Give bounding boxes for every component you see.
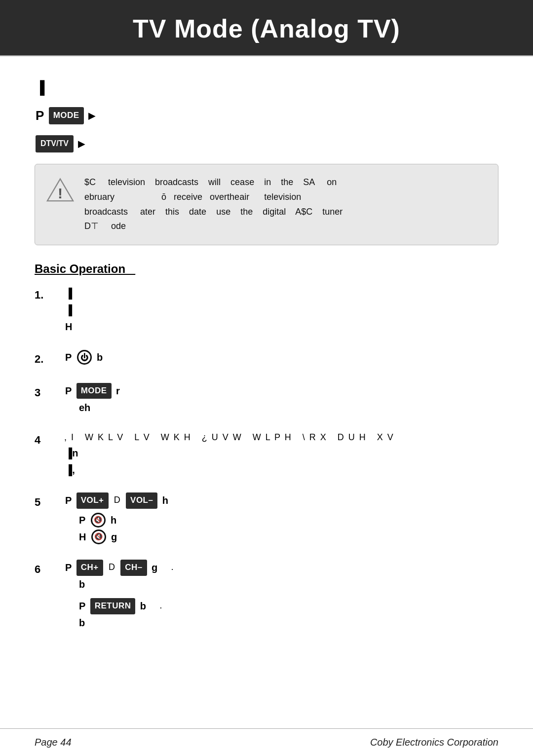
- item-num-1: 1.: [35, 285, 64, 304]
- intro-mode-row: P MODE ▸: [35, 104, 498, 127]
- intro-p-icon: P: [36, 104, 44, 127]
- list-item: 3 P MODE r eh: [35, 382, 498, 416]
- mute-icon-1: 🔇: [91, 513, 106, 528]
- item1-icon2: ▐: [65, 302, 72, 318]
- item-num-2: 2.: [35, 349, 64, 368]
- item-3-content: P MODE r eh: [64, 382, 498, 416]
- dtv-tv-row: DTV/TV ▸: [35, 132, 498, 155]
- list-item: 2. P ⏻ b: [35, 349, 498, 368]
- item3-p-icon: P: [65, 382, 72, 399]
- svg-text:!: !: [58, 185, 63, 201]
- intro-row: ▐: [35, 76, 498, 99]
- item-num-6: 6: [35, 559, 64, 578]
- item5-sep: D: [114, 495, 120, 505]
- item5-sub1-p: P: [79, 512, 85, 529]
- item5-sub1-suffix: h: [111, 512, 116, 529]
- list-item: 5 P VOL+ D VOL– h P 🔇 h H 🔇 g: [35, 492, 498, 545]
- item-1-content: ▐ ▐ H: [64, 285, 498, 335]
- item6-ch-plus-key: CH+: [76, 560, 103, 576]
- item-num-3: 3: [35, 382, 64, 402]
- item2-p-icon: P: [65, 349, 72, 366]
- warning-text: $C television broadcasts will cease in t…: [84, 175, 343, 234]
- item3-mode-key: MODE: [76, 383, 112, 399]
- item6-suffix: g: [152, 559, 157, 576]
- item5-vol-plus-key: VOL+: [76, 492, 109, 509]
- item5-suffix: h: [162, 492, 168, 509]
- item6-return-key: RETURN: [90, 598, 136, 614]
- dtv-label: DTV/TV: [36, 135, 74, 152]
- intro-icon-1: ▐: [36, 76, 44, 99]
- item6-sub-dash: .: [159, 600, 162, 610]
- item6-sep: D: [109, 562, 115, 572]
- item3-line2: eh: [65, 399, 90, 416]
- page-title: TV Mode (Analog TV): [0, 14, 533, 43]
- item3-suffix: r: [116, 382, 120, 399]
- item6-line2: b: [79, 576, 85, 593]
- item6-p-icon: P: [65, 559, 72, 576]
- item-2-content: P ⏻ b: [64, 349, 498, 366]
- warning-box: ! $C television broadcasts will cease in…: [35, 164, 498, 245]
- company-name: Coby Electronics Corporation: [370, 737, 498, 748]
- item6-ch-minus-key: CH–: [120, 560, 147, 576]
- item-5-content: P VOL+ D VOL– h P 🔇 h H 🔇 g: [64, 492, 498, 545]
- item4-icon1: ▐n: [65, 445, 78, 461]
- item5-sub2-suffix: g: [111, 529, 117, 545]
- item2-suffix: b: [97, 349, 103, 366]
- page-number: Page 44: [35, 737, 72, 748]
- page-footer: Page 44 Coby Electronics Corporation: [0, 728, 533, 756]
- item-4-content: , I W K L V L V W K H ¿ U V W W L P H \ …: [64, 430, 498, 479]
- item5-vol-minus-key: VOL–: [126, 492, 157, 509]
- mute-icon-2: 🔇: [91, 529, 106, 544]
- item6-sub-suffix: b: [140, 598, 146, 614]
- intro-arrow-icon: ▸: [88, 104, 95, 127]
- item6-dash: .: [171, 562, 173, 572]
- item4-text: , I W K L V L V W K H ¿ U V W W L P H \ …: [64, 432, 394, 442]
- list-item: 1. ▐ ▐ H: [35, 285, 498, 335]
- mode-key: MODE: [49, 107, 84, 124]
- item-6-content: P CH+ D CH– g . b P RETURN b . b: [64, 559, 498, 631]
- item6-sub-p: P: [79, 598, 85, 614]
- operation-list: 1. ▐ ▐ H 2. P ⏻ b 3 P MODE r eh: [35, 285, 498, 631]
- item4-icon2: ▐,: [65, 461, 75, 478]
- item-num-5: 5: [35, 492, 64, 511]
- item-num-4: 4: [35, 430, 64, 449]
- section-heading: Basic Operation _: [35, 262, 498, 276]
- list-item: 6 P CH+ D CH– g . b P RETURN b .: [35, 559, 498, 631]
- main-content: ▐ P MODE ▸ DTV/TV ▸ ! $C television broa…: [0, 56, 533, 694]
- item1-icon3: H: [65, 318, 72, 335]
- page-header: TV Mode (Analog TV): [0, 0, 533, 55]
- item1-icon1: ▐: [65, 285, 72, 302]
- power-circle-icon: ⏻: [77, 350, 92, 365]
- warning-triangle-icon: !: [46, 175, 75, 204]
- list-item: 4 , I W K L V L V W K H ¿ U V W W L P H …: [35, 430, 498, 479]
- dtv-arrow-icon: ▸: [78, 132, 84, 155]
- item6-sub-line2: b: [79, 614, 85, 631]
- item5-sub2-h: H: [79, 529, 86, 545]
- item5-p-icon: P: [65, 492, 72, 509]
